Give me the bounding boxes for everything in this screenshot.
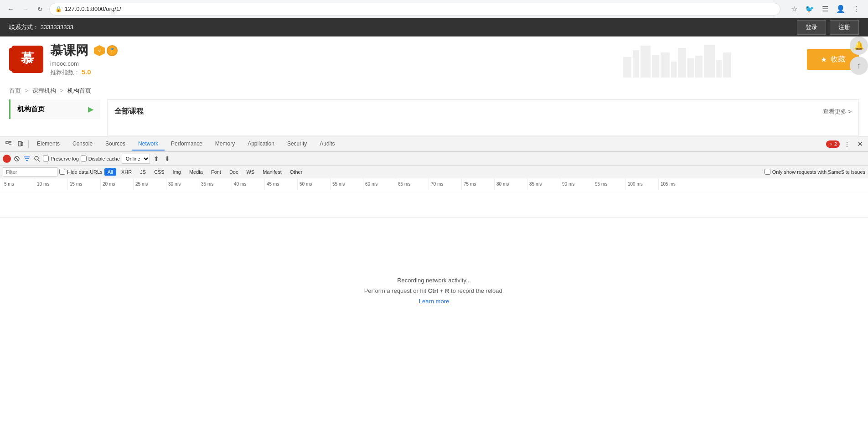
inspect-element-button[interactable] — [3, 138, 15, 150]
svg-point-19 — [35, 156, 38, 160]
more-button[interactable]: ⋮ — [850, 3, 863, 16]
samesite-text: Only show requests with SameSite issues — [772, 169, 865, 175]
disable-cache-checkbox-label[interactable]: Disable cache — [81, 156, 120, 161]
site-name: 慕课网 — [50, 42, 88, 59]
tab-console[interactable]: Console — [66, 138, 99, 151]
tick-90ms: 90 ms — [560, 178, 593, 190]
tab-elements[interactable]: Elements — [31, 138, 66, 151]
extension-button[interactable]: 🐦 — [803, 3, 816, 16]
breadcrumb-courses[interactable]: 课程机构 — [32, 87, 56, 94]
tab-network[interactable]: Network — [132, 138, 165, 151]
tab-sources[interactable]: Sources — [99, 138, 132, 151]
breadcrumb-sep2: > — [60, 87, 63, 94]
hide-data-urls-text: Hide data URLs — [67, 169, 103, 175]
filter-media[interactable]: Media — [186, 168, 206, 176]
filter-toggle-button[interactable] — [23, 155, 31, 163]
top-bar: 联系方式： 3333333333 登录 注册 — [0, 18, 868, 36]
tab-memory[interactable]: Memory — [209, 138, 241, 151]
notification-button[interactable]: 🔔 — [850, 36, 868, 55]
svg-line-20 — [38, 160, 40, 161]
tick-95ms: 95 ms — [593, 178, 625, 190]
toggle-device-button[interactable] — [15, 138, 26, 150]
filter-css[interactable]: CSS — [151, 168, 168, 176]
login-button[interactable]: 登录 — [797, 20, 826, 35]
bookmark-button[interactable]: ☆ — [788, 3, 801, 16]
rating-text: 推荐指数： 5.0 — [50, 68, 118, 77]
ctrl-key: Ctrl — [428, 287, 438, 294]
back-button[interactable]: ← — [5, 4, 16, 15]
see-more-link[interactable]: 查看更多 > — [823, 108, 852, 116]
hide-data-urls-checkbox[interactable] — [59, 169, 65, 175]
contact-number: 3333333333 — [41, 24, 73, 31]
record-button[interactable] — [3, 155, 11, 163]
samesite-filter-label[interactable]: Only show requests with SameSite issues — [765, 169, 865, 175]
learn-more-link[interactable]: Learn more — [419, 298, 449, 305]
filter-all[interactable]: All — [104, 168, 116, 176]
star-icon: ★ — [821, 55, 827, 64]
network-empty-state: Recording network activity... Perform a … — [0, 218, 868, 364]
filter-input[interactable] — [3, 167, 57, 177]
waterfall-area — [0, 190, 868, 218]
refresh-button[interactable]: ↻ — [35, 4, 46, 15]
svg-point-3 — [10, 49, 14, 69]
plus-sign: + — [438, 287, 445, 294]
preserve-log-checkbox-label[interactable]: Preserve log — [43, 156, 79, 161]
recording-text: Recording network activity... — [397, 277, 471, 284]
filter-manifest[interactable]: Manifest — [259, 168, 285, 176]
tick-80ms: 80 ms — [494, 178, 527, 190]
tab-security[interactable]: Security — [281, 138, 313, 151]
samesite-checkbox[interactable] — [765, 169, 770, 175]
filter-js[interactable]: JS — [137, 168, 149, 176]
tab-audits[interactable]: Audits — [313, 138, 341, 151]
menu-button[interactable]: ☰ — [819, 3, 832, 16]
arrow-icon: ▶ — [88, 105, 93, 114]
browser-chrome: ← → ↻ 🔒 127.0.0.1:8000/org/1/ ☆ 🐦 ☰ 👤 ⋮ — [0, 0, 868, 18]
timeline-header: 5 ms 10 ms 15 ms 20 ms 25 ms 30 ms 35 ms… — [0, 178, 868, 190]
filter-doc[interactable]: Doc — [226, 168, 242, 176]
contact-label: 联系方式： — [9, 24, 39, 31]
shield-badge: V — [94, 45, 105, 56]
profile-button[interactable]: 👤 — [834, 3, 847, 16]
breadcrumb-home[interactable]: 首页 — [9, 87, 21, 94]
content-area: 全部课程 查看更多 > — [107, 99, 859, 136]
badges: V 🏅 — [94, 45, 118, 56]
tick-105ms: 105 ms — [658, 178, 691, 190]
preserve-log-checkbox[interactable] — [43, 156, 49, 161]
filter-ws[interactable]: WS — [243, 168, 258, 176]
rating-value: 5.0 — [82, 68, 91, 76]
lock-icon: 🔒 — [55, 6, 62, 12]
svg-text:✕: ✕ — [830, 143, 832, 146]
register-button[interactable]: 注册 — [830, 20, 859, 35]
filter-img[interactable]: Img — [170, 168, 184, 176]
filter-other[interactable]: Other — [287, 168, 306, 176]
hide-data-urls-label[interactable]: Hide data URLs — [59, 169, 103, 175]
tick-60ms: 60 ms — [363, 178, 396, 190]
browser-actions: ☆ 🐦 ☰ 👤 ⋮ — [788, 3, 863, 16]
import-har-button[interactable]: ⬆ — [152, 154, 161, 163]
devtools-close-button[interactable]: ✕ — [854, 139, 865, 150]
svg-rect-6 — [6, 141, 8, 144]
svg-text:V: V — [98, 49, 101, 53]
filter-xhr[interactable]: XHR — [118, 168, 135, 176]
tick-40ms: 40 ms — [232, 178, 264, 190]
scroll-top-button[interactable]: ↑ — [850, 57, 868, 75]
tab-performance[interactable]: Performance — [165, 138, 209, 151]
network-toolbar: Preserve log Disable cache Online ⬆ ⬇ — [0, 152, 868, 166]
forward-button[interactable]: → — [20, 4, 31, 15]
devtools-main-tabs: Elements Console Sources Network Perform… — [3, 138, 826, 151]
logo-area: 慕 慕课网 V 🏅 — [9, 42, 118, 77]
export-har-button[interactable]: ⬇ — [163, 154, 172, 163]
instruction-text: Perform a request or hit Ctrl + R to rec… — [364, 287, 504, 294]
collect-label: 收藏 — [831, 55, 845, 64]
devtools-settings-button[interactable]: ⋮ — [842, 139, 852, 150]
tab-application[interactable]: Application — [241, 138, 281, 151]
filter-bar: Hide data URLs All XHR JS CSS Img Media … — [0, 166, 868, 178]
address-bar[interactable]: 🔒 127.0.0.1:8000/org/1/ — [49, 3, 780, 16]
filter-font[interactable]: Font — [208, 168, 224, 176]
stop-recording-button[interactable] — [13, 155, 21, 163]
throttle-select[interactable]: Online — [122, 154, 150, 164]
network-search-button[interactable] — [33, 155, 41, 163]
sidebar-item-home[interactable]: 机构首页 ▶ — [9, 99, 100, 119]
disable-cache-checkbox[interactable] — [81, 156, 87, 161]
breadcrumb-sep1: > — [25, 87, 29, 94]
